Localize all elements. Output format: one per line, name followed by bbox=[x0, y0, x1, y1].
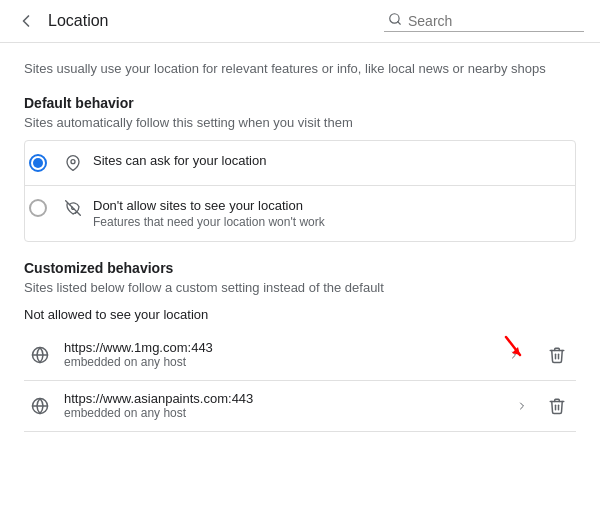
site-delete-button-asianpaints[interactable] bbox=[542, 391, 572, 421]
site-actions-asianpaints bbox=[510, 391, 572, 421]
customized-behaviors-section: Customized behaviors Sites listed below … bbox=[24, 260, 576, 432]
header: Location bbox=[0, 0, 600, 43]
customized-behaviors-title: Customized behaviors bbox=[24, 260, 576, 276]
search-box[interactable] bbox=[384, 10, 584, 32]
deny-radio-button[interactable] bbox=[29, 199, 47, 217]
deny-option-sublabel: Features that need your location won't w… bbox=[93, 215, 325, 229]
deny-option-label: Don't allow sites to see your location bbox=[93, 198, 325, 213]
site-meta-1mg: embedded on any host bbox=[64, 355, 502, 369]
site-row-asianpaints: https://www.asianpaints.com:443 embedded… bbox=[24, 381, 576, 432]
site-globe-icon-asianpaints bbox=[28, 394, 52, 418]
site-delete-button-1mg[interactable] bbox=[542, 340, 572, 370]
allow-option-label: Sites can ask for your location bbox=[93, 153, 266, 168]
radio-options-block: Sites can ask for your location Don't al… bbox=[24, 140, 576, 242]
search-input[interactable] bbox=[408, 13, 548, 29]
site-url-asianpaints: https://www.asianpaints.com:443 bbox=[64, 391, 510, 406]
not-allowed-title: Not allowed to see your location bbox=[24, 307, 576, 322]
site-info-1mg: https://www.1mg.com:443 embedded on any … bbox=[64, 340, 502, 369]
page-title: Location bbox=[48, 12, 384, 30]
deny-location-option[interactable]: Don't allow sites to see your location F… bbox=[25, 186, 575, 241]
allow-location-option[interactable]: Sites can ask for your location bbox=[25, 141, 575, 186]
default-behavior-subtitle: Sites automatically follow this setting … bbox=[24, 115, 576, 130]
location-pin-icon bbox=[63, 153, 83, 173]
site-chevron-button-asianpaints[interactable] bbox=[510, 394, 534, 418]
svg-line-1 bbox=[398, 22, 401, 25]
search-icon bbox=[388, 12, 402, 29]
back-button[interactable] bbox=[16, 11, 36, 31]
site-info-asianpaints: https://www.asianpaints.com:443 embedded… bbox=[64, 391, 510, 420]
red-arrow-indicator bbox=[498, 333, 528, 363]
default-behavior-title: Default behavior bbox=[24, 95, 576, 111]
customized-behaviors-subtitle: Sites listed below follow a custom setti… bbox=[24, 280, 576, 295]
page-description: Sites usually use your location for rele… bbox=[24, 59, 576, 79]
content-area: Sites usually use your location for rele… bbox=[0, 43, 600, 448]
site-url-1mg: https://www.1mg.com:443 bbox=[64, 340, 502, 355]
site-meta-asianpaints: embedded on any host bbox=[64, 406, 510, 420]
site-row-1mg: https://www.1mg.com:443 embedded on any … bbox=[24, 330, 576, 381]
svg-point-2 bbox=[71, 159, 75, 163]
radio-inner-dot bbox=[33, 158, 43, 168]
site-globe-icon-1mg bbox=[28, 343, 52, 367]
site-actions-1mg bbox=[502, 340, 572, 370]
location-off-icon bbox=[63, 198, 83, 218]
allow-radio-button[interactable] bbox=[29, 154, 47, 172]
allow-option-text: Sites can ask for your location bbox=[93, 153, 266, 168]
deny-option-text: Don't allow sites to see your location F… bbox=[93, 198, 325, 229]
